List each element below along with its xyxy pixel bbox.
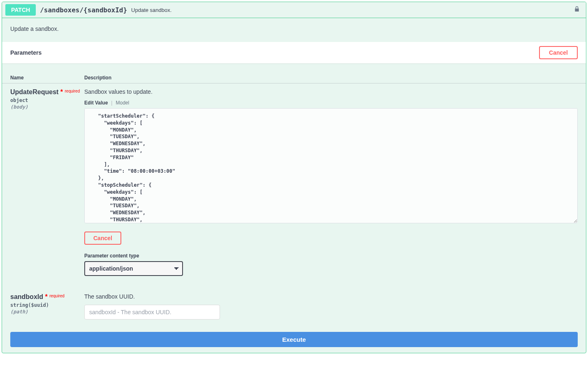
parameter-name-cell: UpdateRequest * required object (body) bbox=[10, 88, 84, 110]
tab-edit-value[interactable]: Edit Value bbox=[84, 100, 108, 106]
execute-bar: Execute bbox=[2, 332, 586, 353]
tab-model[interactable]: Model bbox=[116, 100, 129, 106]
content-type-label: Parameter content type bbox=[84, 253, 578, 259]
parameter-desc-cell: The sandbox UUID. bbox=[84, 293, 578, 320]
required-label: required bbox=[49, 294, 65, 298]
execute-button[interactable]: Execute bbox=[10, 332, 578, 347]
request-body-editor[interactable] bbox=[84, 108, 578, 223]
parameter-in: (path) bbox=[10, 309, 84, 315]
column-header-description: Description bbox=[84, 75, 578, 81]
parameter-row-sandboxid: sandboxId * required string($uuid) (path… bbox=[2, 288, 586, 332]
parameters-title: Parameters bbox=[10, 49, 42, 56]
parameters-table-header: Name Description bbox=[2, 72, 586, 83]
required-star: * bbox=[60, 88, 63, 95]
body-cancel-button[interactable]: Cancel bbox=[84, 232, 121, 245]
endpoint-path: /sandboxes/{sandboxId} bbox=[40, 6, 127, 14]
tab-separator: | bbox=[111, 100, 112, 106]
operation-block: PATCH /sandboxes/{sandboxId} Update sand… bbox=[2, 2, 586, 353]
endpoint-summary: Update sandbox. bbox=[131, 7, 171, 13]
parameter-desc-cell: Sandbox values to update. Edit Value | M… bbox=[84, 88, 578, 276]
sandboxid-input[interactable] bbox=[84, 305, 220, 320]
parameter-name-cell: sandboxId * required string($uuid) (path… bbox=[10, 293, 84, 315]
parameter-row-updaterequest: UpdateRequest * required object (body) S… bbox=[2, 83, 586, 288]
parameter-type: string($uuid) bbox=[10, 302, 84, 308]
operation-description: Update a sandbox. bbox=[2, 18, 586, 42]
required-label: required bbox=[65, 89, 80, 93]
required-star: * bbox=[45, 293, 47, 300]
http-method-badge: PATCH bbox=[5, 4, 36, 16]
content-type-select[interactable]: application/json bbox=[84, 261, 183, 276]
parameter-type: object bbox=[10, 97, 84, 103]
operation-summary-row[interactable]: PATCH /sandboxes/{sandboxId} Update sand… bbox=[2, 2, 586, 18]
parameter-name: sandboxId bbox=[10, 293, 43, 300]
column-header-name: Name bbox=[10, 75, 84, 81]
parameter-in: (body) bbox=[10, 104, 84, 110]
parameter-name: UpdateRequest bbox=[10, 88, 58, 95]
body-tabs: Edit Value | Model bbox=[84, 100, 578, 106]
parameters-header: Parameters Cancel bbox=[2, 42, 586, 63]
lock-icon[interactable] bbox=[574, 6, 583, 14]
parameter-description: Sandbox values to update. bbox=[84, 88, 578, 95]
parameter-description: The sandbox UUID. bbox=[84, 293, 578, 300]
try-it-cancel-button[interactable]: Cancel bbox=[539, 46, 578, 59]
content-type-block: Parameter content type application/json bbox=[84, 253, 578, 276]
